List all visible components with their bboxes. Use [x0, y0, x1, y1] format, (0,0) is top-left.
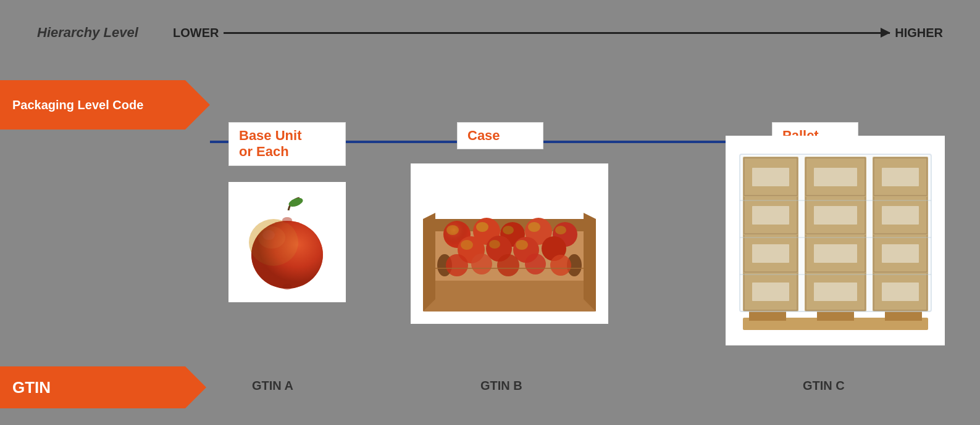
hierarchy-arrow-container: LOWER HIGHER [173, 26, 943, 40]
svg-point-34 [471, 254, 492, 274]
svg-rect-80 [740, 154, 931, 312]
lower-label: LOWER [173, 26, 219, 40]
packaging-arrow-text: Packaging Level Code [0, 98, 156, 112]
hierarchy-row: Hierarchy Level LOWER HIGHER [37, 25, 943, 41]
gtin-a-label: GTIN A [252, 379, 293, 393]
case-label: Case [467, 128, 533, 144]
gtin-c-label: GTIN C [803, 379, 845, 393]
svg-point-37 [550, 255, 571, 276]
pallet-image-container [726, 136, 945, 345]
gtin-arrow-shape: GTIN [0, 366, 185, 408]
svg-point-22 [476, 222, 488, 232]
hierarchy-label: Hierarchy Level [37, 25, 161, 41]
gtin-arrow-text: GTIN [0, 378, 63, 397]
case-icon [417, 170, 602, 318]
packaging-level-arrow: Packaging Level Code [0, 80, 185, 130]
svg-point-32 [516, 240, 528, 250]
case-box: Case [457, 122, 543, 149]
higher-label: HIGHER [895, 26, 943, 40]
svg-marker-11 [423, 213, 435, 312]
base-unit-label: Base Unitor Each [239, 128, 335, 160]
case-image-container [411, 163, 608, 324]
svg-point-35 [497, 254, 519, 276]
svg-marker-12 [584, 213, 596, 312]
svg-point-21 [446, 225, 459, 235]
pallet-icon [731, 142, 940, 339]
svg-point-24 [528, 222, 540, 232]
svg-rect-9 [423, 281, 596, 312]
svg-point-25 [555, 226, 566, 234]
svg-point-7 [251, 221, 323, 289]
apple-image-container [228, 182, 346, 302]
apple-icon [238, 193, 337, 292]
svg-point-30 [461, 240, 473, 250]
svg-point-31 [489, 240, 500, 249]
base-unit-box: Base Unitor Each [228, 122, 346, 166]
packaging-arrow-shape: Packaging Level Code [0, 80, 185, 130]
svg-point-33 [446, 254, 468, 276]
svg-point-23 [503, 226, 514, 234]
gtin-arrow: GTIN [0, 366, 185, 408]
gtin-b-label: GTIN B [480, 379, 522, 393]
hierarchy-arrow-line [224, 32, 890, 34]
svg-point-36 [525, 254, 546, 274]
